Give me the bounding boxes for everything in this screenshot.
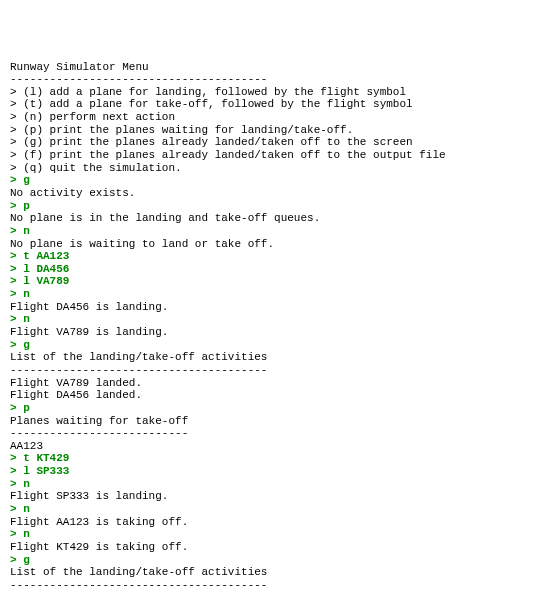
- terminal-input-line: > g: [10, 554, 523, 567]
- terminal-output-line: AA123: [10, 440, 523, 453]
- terminal-input-line: > t AA123: [10, 250, 523, 263]
- terminal-output-line: Flight DA456 landed.: [10, 389, 523, 402]
- terminal-input-line: > l DA456: [10, 263, 523, 276]
- terminal-input-line: > n: [10, 288, 523, 301]
- terminal-output-line: Flight VA789 is landing.: [10, 326, 523, 339]
- terminal-output-line: > (p) print the planes waiting for landi…: [10, 124, 523, 137]
- terminal-output-line: > (l) add a plane for landing, followed …: [10, 86, 523, 99]
- terminal-input-line: > t KT429: [10, 452, 523, 465]
- terminal-output-line: No activity exists.: [10, 187, 523, 200]
- terminal-output-line: Flight KT429 is taking off.: [10, 541, 523, 554]
- terminal-output-line: Flight VA789 landed.: [10, 377, 523, 390]
- terminal-output-line: > (g) print the planes already landed/ta…: [10, 136, 523, 149]
- terminal-output-line: ---------------------------------------: [10, 73, 523, 86]
- terminal-input-line: > p: [10, 200, 523, 213]
- terminal-input-line: > p: [10, 402, 523, 415]
- terminal-input-line: > g: [10, 339, 523, 352]
- terminal-output-line: ---------------------------------------: [10, 579, 523, 590]
- terminal-output-line: > (n) perform next action: [10, 111, 523, 124]
- terminal-output-line: > (f) print the planes already landed/ta…: [10, 149, 523, 162]
- terminal-output-line: Flight SP333 is landing.: [10, 490, 523, 503]
- terminal-input-line: > n: [10, 503, 523, 516]
- terminal-output-line: Runway Simulator Menu: [10, 61, 523, 74]
- terminal-output-line: > (q) quit the simulation.: [10, 162, 523, 175]
- terminal-output-line: ---------------------------------------: [10, 364, 523, 377]
- terminal-input-line: > g: [10, 174, 523, 187]
- terminal-output-line: ---------------------------: [10, 427, 523, 440]
- terminal-output-line: Flight DA456 is landing.: [10, 301, 523, 314]
- terminal-output-line: > (t) add a plane for take-off, followed…: [10, 98, 523, 111]
- terminal-output-line: Flight AA123 is taking off.: [10, 516, 523, 529]
- terminal-input-line: > n: [10, 313, 523, 326]
- terminal-input-line: > l VA789: [10, 275, 523, 288]
- terminal-output-line: List of the landing/take-off activities: [10, 351, 523, 364]
- terminal-input-line: > l SP333: [10, 465, 523, 478]
- terminal-output: Runway Simulator Menu-------------------…: [10, 61, 523, 590]
- terminal-input-line: > n: [10, 478, 523, 491]
- terminal-input-line: > n: [10, 528, 523, 541]
- terminal-input-line: > n: [10, 225, 523, 238]
- terminal-output-line: Planes waiting for take-off: [10, 415, 523, 428]
- terminal-output-line: List of the landing/take-off activities: [10, 566, 523, 579]
- terminal-output-line: No plane is waiting to land or take off.: [10, 238, 523, 251]
- terminal-output-line: No plane is in the landing and take-off …: [10, 212, 523, 225]
